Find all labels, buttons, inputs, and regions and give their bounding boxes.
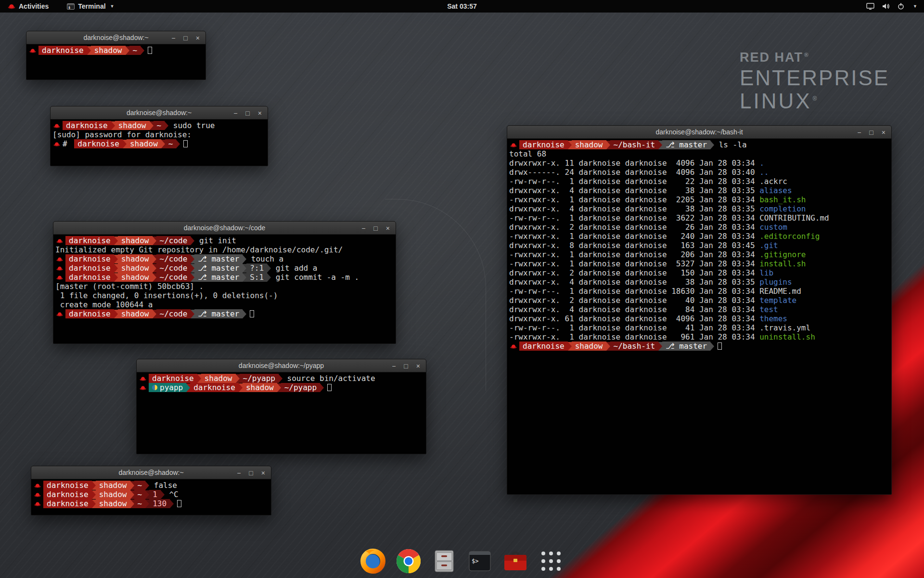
terminal-line: drwxrwxr-x. 4 darknoise darknoise 38 Jan… (509, 186, 890, 195)
terminal-line: darknoiseshadow~/code⎇ masterS:1 git com… (55, 273, 394, 282)
powerline-arrow (243, 310, 246, 318)
powerline-arrow (243, 273, 246, 282)
minimize-button[interactable]: − (237, 470, 241, 476)
prompt-segment-host: shadow (118, 263, 153, 273)
minimize-button[interactable]: − (233, 110, 237, 117)
chrome-icon[interactable] (395, 547, 423, 575)
files-icon[interactable] (430, 547, 458, 575)
powerline-arrow (114, 264, 118, 273)
terminal-line: 1 file changed, 0 insertions(+), 0 delet… (55, 291, 394, 300)
output-text: total 68 (509, 149, 546, 158)
terminal-line: drwx------. 24 darknoise darknoise 4096 … (509, 168, 890, 177)
terminal-body[interactable]: darknoiseshadow~/pyapp source bin/activa… (137, 372, 426, 392)
app-menu-terminal[interactable]: $ Terminal ▼ (64, 0, 117, 13)
terminal-window-sudo[interactable]: darknoise@shadow:~ − □ × darknoiseshadow… (50, 106, 268, 166)
minimize-button[interactable]: − (171, 35, 175, 41)
prompt-segment-path: ~ (154, 121, 165, 130)
powerline-arrow (191, 264, 194, 273)
brand-enterprise: ENTERPRISE (740, 66, 889, 90)
system-status-area[interactable]: ▼ (866, 3, 924, 10)
command-text: ^C (165, 490, 179, 499)
close-button[interactable]: × (882, 129, 886, 136)
redhat-prompt-icon (56, 312, 63, 316)
prompt-segment-exit: 130 (149, 499, 170, 508)
ls-entry-meta: drwxrwxr-x. 11 darknoise darknoise 4096 … (509, 158, 759, 168)
close-button[interactable]: × (196, 35, 200, 41)
ls-entry-name: .editorconfig (759, 232, 820, 241)
redhat-prompt-icon (56, 266, 63, 271)
terminal-line: -rwxrwxr-x. 1 darknoise darknoise 206 Ja… (509, 250, 890, 259)
maximize-button[interactable]: □ (245, 110, 249, 117)
output-text: create mode 100644 a (55, 300, 153, 309)
close-button[interactable]: × (386, 225, 390, 232)
terminal-body[interactable]: darknoiseshadow~/bash-it⎇ master ls -lat… (507, 139, 891, 351)
powerline-arrow (114, 310, 118, 318)
git-branch-icon: ⎇ (198, 263, 211, 273)
terminal-body[interactable]: darknoiseshadow~ falsedarknoiseshadow~1 … (31, 479, 271, 508)
terminal-window-pyapp[interactable]: darknoise@shadow:~/pyapp − □ × darknoise… (136, 359, 426, 454)
window-titlebar[interactable]: darknoise@shadow:~ − □ × (26, 31, 205, 44)
terminal-body[interactable]: darknoiseshadow~/code git initInitialize… (53, 235, 396, 318)
window-titlebar[interactable]: darknoise@shadow:~/pyapp − □ × (137, 359, 426, 372)
terminal-cursor (183, 140, 188, 147)
minimize-button[interactable]: − (857, 129, 861, 136)
prompt-segment-host: shadow (243, 383, 277, 392)
close-button[interactable]: × (258, 110, 262, 117)
app-grid-icon[interactable] (537, 547, 565, 575)
prompt-segment-user: darknoise (38, 46, 87, 55)
close-button[interactable]: × (416, 363, 420, 369)
powerline-arrow (92, 490, 96, 499)
app-menu-label: Terminal (78, 2, 105, 10)
powerline-arrow (568, 342, 572, 351)
terminal-line: darknoiseshadow~ sudo true (52, 121, 266, 130)
minimize-button[interactable]: − (361, 225, 365, 232)
brand-linux: LINUX® (740, 89, 889, 113)
powerline-arrow (239, 383, 243, 392)
terminal-window-home-1[interactable]: darknoise@shadow:~ − □ × darknoiseshadow… (26, 31, 206, 80)
powerline-arrow (267, 264, 271, 273)
maximize-button[interactable]: □ (869, 129, 873, 136)
powerline-arrow (87, 46, 91, 55)
terminal-dock-icon[interactable]: $> (466, 547, 494, 575)
maximize-button[interactable]: □ (404, 363, 408, 369)
ls-entry-name: .git (759, 241, 778, 250)
clock[interactable]: Sat 03:57 (0, 2, 924, 10)
firefox-icon[interactable] (359, 547, 387, 575)
window-titlebar[interactable]: darknoise@shadow:~ − □ × (51, 106, 268, 119)
redhat-prompt-icon (56, 257, 63, 262)
prompt-segment-path: ~ (165, 139, 177, 148)
maximize-button[interactable]: □ (373, 225, 377, 232)
prompt-segment-host: shadow (118, 254, 153, 263)
python-icon (152, 385, 157, 390)
maximize-button[interactable]: □ (183, 35, 187, 41)
activities-button[interactable]: Activities (5, 0, 51, 13)
toolbox-icon[interactable] (501, 547, 529, 575)
terminal-line: darknoiseshadow~/code⎇ master?:1 git add… (55, 263, 394, 273)
terminal-line: drwxrwxr-x. 61 darknoise darknoise 4096 … (509, 314, 890, 323)
root-prompt-prefix: # (63, 139, 74, 148)
powerline-arrow (267, 273, 271, 282)
prompt-segment-git: ⎇ master (662, 140, 710, 149)
powerline-arrow (710, 141, 714, 149)
powerline-arrow (658, 141, 662, 149)
powerline-arrow (277, 383, 281, 392)
window-titlebar[interactable]: darknoise@shadow:~ − □ × (31, 466, 271, 479)
terminal-window-exit-codes[interactable]: darknoise@shadow:~ − □ × darknoiseshadow… (31, 466, 271, 515)
terminal-body[interactable]: darknoiseshadow~ (26, 44, 205, 55)
maximize-button[interactable]: □ (249, 470, 253, 476)
terminal-line: -rwxrwxr-x. 1 darknoise darknoise 961 Ja… (509, 332, 890, 342)
prompt-segment-user: darknoise (43, 499, 92, 508)
close-button[interactable]: × (261, 470, 265, 476)
prompt-segment-user: darknoise (65, 263, 114, 273)
window-titlebar[interactable]: darknoise@shadow:~/code − □ × (53, 222, 396, 235)
window-titlebar[interactable]: darknoise@shadow:~/bash-it − □ × (507, 126, 891, 139)
terminal-window-bash-it[interactable]: darknoise@shadow:~/bash-it − □ × darknoi… (507, 125, 892, 495)
command-text: git init (194, 236, 236, 245)
git-branch-icon: ⎇ (198, 273, 211, 282)
prompt-segment-user: darknoise (65, 309, 114, 318)
prompt-segment-host: shadow (91, 46, 126, 55)
terminal-body[interactable]: darknoiseshadow~ sudo true[sudo] passwor… (51, 119, 268, 148)
minimize-button[interactable]: − (392, 363, 396, 369)
terminal-window-code[interactable]: darknoise@shadow:~/code − □ × darknoises… (53, 221, 396, 344)
ls-entry-name: . (759, 158, 764, 168)
